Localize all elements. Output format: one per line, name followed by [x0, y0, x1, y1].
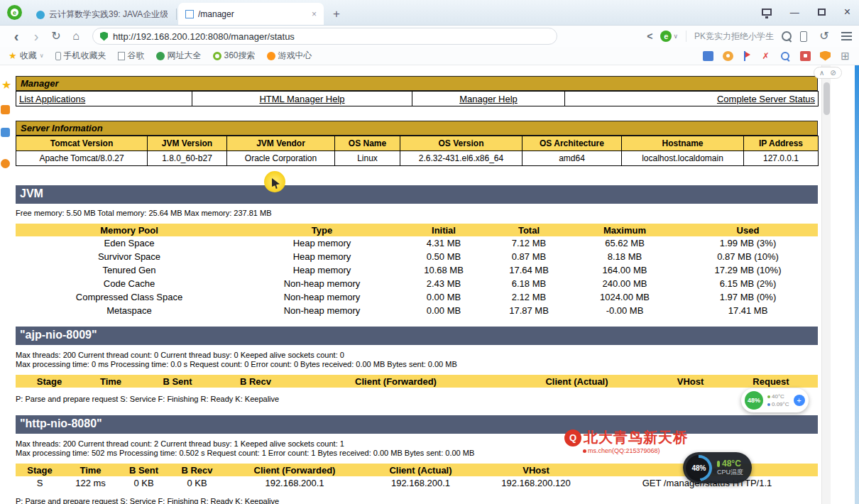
memory-cell: 2.12 MB: [486, 290, 571, 304]
mobile-icon[interactable]: [800, 31, 807, 42]
memory-cell: Non-heap memory: [243, 304, 401, 317]
url-text[interactable]: http://192.168.200.120:8080/manager/stat…: [113, 31, 295, 42]
edge-tool-icon[interactable]: [1, 159, 10, 168]
server-information-table: Tomcat Version JVM Version JVM Vendor OS…: [16, 136, 819, 166]
bookmark-favorites[interactable]: ★ 收藏 ∨: [9, 50, 44, 62]
jvm-section-header: JVM: [16, 185, 818, 204]
browser-toolbar: ‹ › ↻ ⌂ http://192.168.200.120:8080/mana…: [0, 26, 859, 47]
table-row: Tenured Gen Heap memory 10.68 MB 17.64 M…: [16, 263, 818, 277]
screenshot-icon[interactable]: [723, 51, 733, 61]
memory-cell: 0.87 MB (10%): [678, 250, 818, 263]
table-row: Code Cache Non-heap memory 2.43 MB 6.18 …: [16, 277, 818, 290]
close-window-button[interactable]: ×: [844, 6, 850, 18]
cut-icon[interactable]: ✗: [760, 51, 771, 61]
bookmark-site-directory[interactable]: 网址大全: [156, 50, 202, 62]
memory-cell: -0.00 MB: [571, 304, 678, 317]
forward-button[interactable]: ›: [27, 29, 45, 43]
link-list-applications[interactable]: List Applications: [19, 94, 85, 104]
memory-cell: Tenured Gen: [16, 263, 243, 277]
e-badge-icon: e: [660, 31, 672, 42]
column-header: B Sent: [138, 375, 217, 388]
ajp-connector-stats: Max threads: 200 Current thread count: 0…: [16, 351, 818, 369]
scrollbar-thumb[interactable]: [824, 82, 830, 115]
tab-manager[interactable]: /manager ×: [178, 3, 324, 25]
scrollbar[interactable]: [821, 65, 831, 504]
reading-mode-icon[interactable]: [703, 51, 713, 61]
cpu-usage-ring: 48%: [686, 455, 712, 481]
table-row: Apache Tomcat/8.0.27 1.8.0_60-b27 Oracle…: [16, 151, 819, 166]
share-icon[interactable]: <: [647, 31, 652, 42]
memory-cell: Non-heap memory: [243, 277, 401, 290]
hot-search-text[interactable]: PK竞实力拒绝小学生: [694, 31, 774, 43]
refresh-button[interactable]: ↻: [47, 31, 65, 42]
ajp-requests-table: Stage Time B Sent B Recv Client (Forward…: [16, 375, 818, 388]
column-header: Client (Forwarded): [224, 464, 366, 476]
temp-reading: 40°C: [772, 393, 784, 400]
column-header: IP Address: [744, 136, 819, 151]
tab-title: 云计算数学实践39: JAVA企业级: [49, 9, 168, 21]
apps-grid-icon[interactable]: ⊞: [840, 51, 850, 61]
tab-course[interactable]: 云计算数学实践39: JAVA企业级: [29, 4, 175, 25]
column-header: Client (Actual): [366, 464, 476, 476]
page-icon: [118, 52, 125, 60]
back-button[interactable]: ‹: [7, 29, 26, 43]
link-html-manager-help[interactable]: HTML Manager Help: [259, 94, 344, 104]
edge-tool-icon[interactable]: [1, 128, 10, 137]
zoom-search-icon[interactable]: [780, 51, 791, 61]
shield-icon[interactable]: [820, 51, 831, 61]
address-bar[interactable]: http://192.168.200.120:8080/manager/stat…: [92, 28, 557, 45]
memory-cell: Heap memory: [243, 250, 401, 263]
column-header: Type: [243, 224, 401, 236]
memory-cell: 17.64 MB: [486, 263, 571, 277]
tab-close-icon[interactable]: ×: [312, 9, 317, 19]
search-icon[interactable]: [782, 31, 792, 42]
bookmark-mobile-favorites[interactable]: 手机收藏夹: [55, 50, 106, 62]
new-tab-button[interactable]: +: [328, 6, 345, 23]
add-widget-button[interactable]: +: [794, 395, 805, 406]
cpu-temp-label: CPU温度: [717, 468, 743, 476]
request-cell: 0 KB: [117, 476, 170, 490]
column-header: Total: [486, 224, 571, 236]
block-icon[interactable]: ⊘: [830, 69, 836, 77]
link-manager-help[interactable]: Manager Help: [459, 94, 518, 104]
link-complete-server-status[interactable]: Complete Server Status: [717, 94, 815, 104]
home-button[interactable]: ⌂: [67, 31, 85, 42]
tab-separator: [176, 9, 177, 20]
collapse-icon[interactable]: ∧: [819, 69, 824, 77]
tab-title: /manager: [198, 9, 307, 19]
http-connector-header: "http-nio-8080": [16, 415, 818, 434]
cpu-temp-value: 48°C: [722, 459, 741, 468]
bookmark-360-search[interactable]: 360搜索: [213, 50, 256, 62]
watermark-subtitle: ms.chen(QQ:215379068): [583, 447, 688, 454]
cpu-widget-large[interactable]: 48% 48°C CPU温度: [683, 452, 752, 483]
server-info-cell: 2.6.32-431.el6.x86_64: [400, 151, 522, 166]
bookmark-google[interactable]: 谷歌: [118, 50, 145, 62]
table-header-row: Memory Pool Type Initial Total Maximum U…: [16, 224, 818, 236]
picture-icon[interactable]: [800, 51, 811, 61]
edge-tool-icon[interactable]: [1, 105, 10, 114]
watermark-contact: ms.chen(QQ:215379068): [588, 447, 660, 454]
request-cell: 0 KB: [170, 476, 224, 490]
manager-links-table: List Applications HTML Manager Help Mana…: [16, 91, 819, 106]
ajp-connector-header: "ajp-nio-8009": [16, 327, 818, 345]
minimize-button[interactable]: —: [790, 8, 799, 17]
edge-star-icon[interactable]: ★: [1, 78, 11, 92]
table-row: Survivor Space Heap memory 0.50 MB 0.87 …: [16, 250, 818, 263]
undo-icon[interactable]: ↺: [815, 31, 833, 42]
extension-e-badge[interactable]: e ∨: [660, 31, 678, 42]
boss-key-icon[interactable]: [762, 9, 772, 16]
flag-icon[interactable]: [743, 51, 751, 61]
memory-cell: Code Cache: [16, 277, 243, 290]
cpu-widget-small[interactable]: 48% 40°C 0.09°C +: [741, 388, 809, 412]
table-row: Eden Space Heap memory 4.31 MB 7.12 MB 6…: [16, 236, 818, 250]
browser-logo-icon[interactable]: e: [7, 5, 22, 20]
maximize-button[interactable]: [818, 9, 826, 16]
column-header: Memory Pool: [16, 224, 243, 236]
server-info-cell: 1.8.0_60-b27: [148, 151, 227, 166]
side-panel-edge: [855, 65, 859, 504]
memory-cell: 10.68 MB: [401, 263, 486, 277]
bookmark-game-center[interactable]: 游戏中心: [267, 50, 312, 62]
column-header: OS Name: [335, 136, 400, 151]
request-cell: 192.168.200.1: [366, 476, 476, 490]
menu-icon[interactable]: [841, 32, 852, 40]
